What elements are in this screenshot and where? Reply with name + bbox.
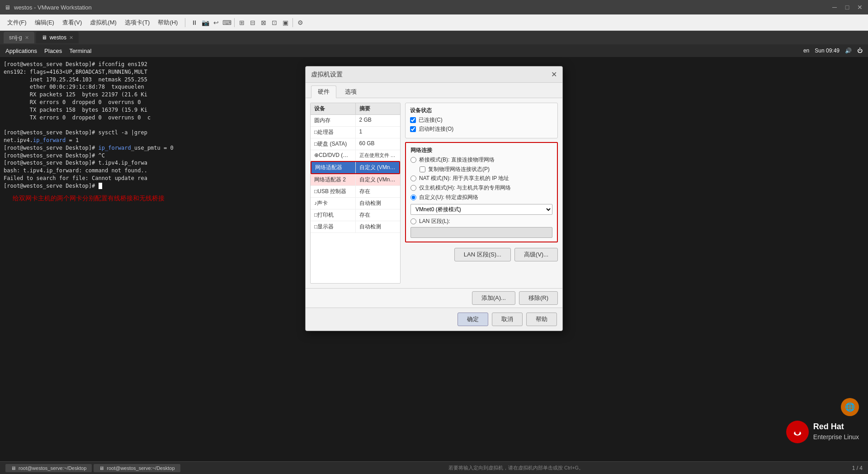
taskbar-label-1: root@westos_serve:~/Desktop bbox=[19, 465, 86, 471]
vmware-toolbar: 文件(F) 编辑(E) 查看(V) 虚拟机(M) 选项卡(T) 帮助(H) ⏸ … bbox=[0, 14, 868, 31]
remove-device-button[interactable]: 移除(R) bbox=[519, 291, 558, 305]
taskbar-item-1[interactable]: 🖥 root@westos_serve:~/Desktop bbox=[5, 464, 92, 472]
connect-at-poweron-label: 启动时连接(O) bbox=[419, 125, 453, 133]
revert-icon[interactable]: ↩ bbox=[211, 17, 222, 28]
menu-tabs[interactable]: 选项卡(T) bbox=[121, 17, 154, 28]
device-name-sound: ♪声卡 bbox=[311, 198, 356, 209]
dialog-close-button[interactable]: ✕ bbox=[551, 70, 557, 79]
view-4-icon[interactable]: ⊡ bbox=[269, 17, 280, 28]
ok-button[interactable]: 确定 bbox=[458, 313, 488, 326]
device-detail-panel: 设备状态 已连接(C) 启动时连接(O) 网络连接 bbox=[405, 103, 558, 284]
terminal-menu[interactable]: Terminal bbox=[69, 47, 91, 54]
connected-label: 已连接(C) bbox=[419, 116, 443, 124]
maximize-button[interactable]: □ bbox=[844, 4, 851, 11]
power-icon[interactable]: ⏻ bbox=[857, 47, 863, 54]
dialog-title-bar: 虚拟机设置 ✕ bbox=[306, 66, 562, 83]
applications-menu[interactable]: Applications bbox=[5, 47, 37, 54]
cancel-button[interactable]: 取消 bbox=[492, 313, 523, 326]
device-summary-hdd: 60 GB bbox=[356, 138, 401, 150]
device-row-cdrom[interactable]: ⊕CD/DVD (SATA) 正在使用文件 E:\rhel-8.0-x86_..… bbox=[311, 150, 400, 161]
help-button[interactable]: 帮助 bbox=[526, 313, 557, 326]
pause-icon[interactable]: ⏸ bbox=[189, 17, 200, 28]
lan-radio[interactable] bbox=[410, 218, 416, 224]
menu-file[interactable]: 文件(F) bbox=[4, 17, 30, 28]
bridge-radio[interactable] bbox=[410, 157, 416, 163]
view-3-icon[interactable]: ⊠ bbox=[258, 17, 269, 28]
device-row-nic2[interactable]: 网络适配器 2 自定义 (VMnet1) bbox=[311, 174, 400, 186]
redhat-logo-icon bbox=[786, 421, 809, 443]
device-name-nic2: 网络适配器 2 bbox=[311, 174, 356, 185]
device-row-display[interactable]: □显示器 自动检测 bbox=[311, 221, 400, 233]
tab-westos[interactable]: 🖥 westos ✕ bbox=[36, 32, 79, 43]
terminal-icon-2: 🖥 bbox=[99, 465, 104, 471]
tab-westos-label: westos bbox=[50, 34, 66, 41]
device-row-printer[interactable]: □打印机 存在 bbox=[311, 209, 400, 221]
tab-westos-close[interactable]: ✕ bbox=[69, 35, 73, 41]
snapshot-icon[interactable]: 📷 bbox=[200, 17, 211, 28]
places-menu[interactable]: Places bbox=[44, 47, 62, 54]
status-hint: 若要将输入定向到虚拟机，请在虚拟机内部单击或按 Ctrl+G。 bbox=[448, 465, 584, 471]
device-summary-cdrom: 正在使用文件 E:\rhel-8.0-x86_... bbox=[356, 150, 401, 161]
taskbar: 🖥 root@westos_serve:~/Desktop 🖥 root@wes… bbox=[5, 464, 180, 472]
bridge-label: 桥接模式(B): 直接连接物理网络 bbox=[419, 156, 495, 164]
network-globe-icon: 🌐 bbox=[841, 398, 859, 416]
device-summary-nic1: 自定义 (VMnet0) bbox=[356, 162, 400, 173]
device-row-nic1[interactable]: 网络适配器 自定义 (VMnet0) bbox=[311, 161, 400, 174]
toolbar-icons: ⏸ 📷 ↩ ⌨ ⊞ ⊟ ⊠ ⊡ ▣ ⚙ bbox=[189, 17, 864, 28]
device-row-usb[interactable]: □USB 控制器 存在 bbox=[311, 186, 400, 198]
toolbar-separator-3 bbox=[292, 18, 293, 27]
redhat-logo-area: Red HatEnterprise Linux bbox=[786, 421, 859, 443]
send-ctrl-icon[interactable]: ⌨ bbox=[222, 17, 232, 28]
device-row-cpu[interactable]: □处理器 1 bbox=[311, 127, 400, 138]
bridge-radio-row: 桥接模式(B): 直接连接物理网络 bbox=[410, 156, 552, 164]
replicate-state-row: 复制物理网络连接状态(P) bbox=[420, 166, 552, 173]
custom-radio[interactable] bbox=[410, 194, 416, 200]
status-section-title: 设备状态 bbox=[410, 107, 553, 114]
settings-icon[interactable]: ⚙ bbox=[295, 17, 306, 28]
menu-edit[interactable]: 编辑(E) bbox=[31, 17, 58, 28]
dialog-tab-options[interactable]: 选项 bbox=[338, 85, 363, 98]
menu-view[interactable]: 查看(V) bbox=[59, 17, 85, 28]
tab-snij-close[interactable]: ✕ bbox=[25, 35, 29, 41]
locale-indicator: en bbox=[803, 47, 809, 54]
menu-vm[interactable]: 虚拟机(M) bbox=[86, 17, 120, 28]
device-row-memory[interactable]: 圆内存 2 GB bbox=[311, 115, 400, 127]
tab-snij[interactable]: snij-g ✕ bbox=[4, 32, 34, 43]
close-window-button[interactable]: ✕ bbox=[856, 4, 863, 11]
dialog-tab-hardware[interactable]: 硬件 bbox=[311, 85, 336, 98]
menu-bar: 文件(F) 编辑(E) 查看(V) 虚拟机(M) 选项卡(T) 帮助(H) bbox=[4, 17, 181, 28]
dialog-tab-bar: 硬件 选项 bbox=[306, 83, 562, 98]
view-5-icon[interactable]: ▣ bbox=[280, 17, 291, 28]
main-area: [root@westos_serve Desktop]# ifconfig en… bbox=[0, 57, 868, 461]
gnome-bar: Applications Places Terminal en Sun 09:4… bbox=[0, 44, 868, 57]
vmnet-select[interactable]: VMnet0 (桥接模式) bbox=[410, 204, 552, 215]
nat-label: NAT 模式(N): 用于共享主机的 IP 地址 bbox=[419, 175, 509, 182]
hostonly-radio-row: 仅主机模式(H): 与主机共享的专用网络 bbox=[410, 184, 552, 192]
device-summary-printer: 存在 bbox=[356, 209, 401, 221]
lan-segment-button[interactable]: LAN 区段(S)... bbox=[454, 248, 511, 261]
device-col-header: 设备 bbox=[311, 103, 356, 114]
dialog-footer: 确定 取消 帮助 bbox=[306, 308, 562, 331]
add-device-button[interactable]: 添加(A)... bbox=[472, 291, 515, 305]
device-row-sound[interactable]: ♪声卡 自动检测 bbox=[311, 198, 400, 209]
hostonly-radio[interactable] bbox=[410, 185, 416, 191]
advanced-button[interactable]: 高级(V)... bbox=[514, 248, 558, 261]
taskbar-item-2[interactable]: 🖥 root@westos_serve:~/Desktop bbox=[94, 464, 180, 472]
network-action-buttons: LAN 区段(S)... 高级(V)... bbox=[405, 248, 558, 261]
connected-checkbox[interactable] bbox=[410, 117, 416, 123]
device-list-header: 设备 摘要 bbox=[311, 103, 400, 115]
view-1-icon[interactable]: ⊞ bbox=[236, 17, 247, 28]
menu-help[interactable]: 帮助(H) bbox=[154, 17, 181, 28]
connect-at-poweron-checkbox[interactable] bbox=[410, 126, 416, 132]
minimize-button[interactable]: ─ bbox=[831, 4, 838, 11]
nat-radio[interactable] bbox=[410, 175, 416, 181]
replicate-state-checkbox[interactable] bbox=[420, 166, 425, 172]
lan-input-field[interactable] bbox=[410, 227, 552, 238]
device-row-hdd[interactable]: □硬盘 (SATA) 60 GB bbox=[311, 138, 400, 150]
summary-col-header: 摘要 bbox=[356, 103, 401, 114]
time-indicator: Sun 09:49 bbox=[815, 47, 840, 54]
connect-at-power-row: 启动时连接(O) bbox=[410, 125, 553, 133]
lan-label: LAN 区段(L): bbox=[419, 218, 450, 225]
sound-icon[interactable]: 🔊 bbox=[845, 47, 852, 54]
view-2-icon[interactable]: ⊟ bbox=[247, 17, 258, 28]
